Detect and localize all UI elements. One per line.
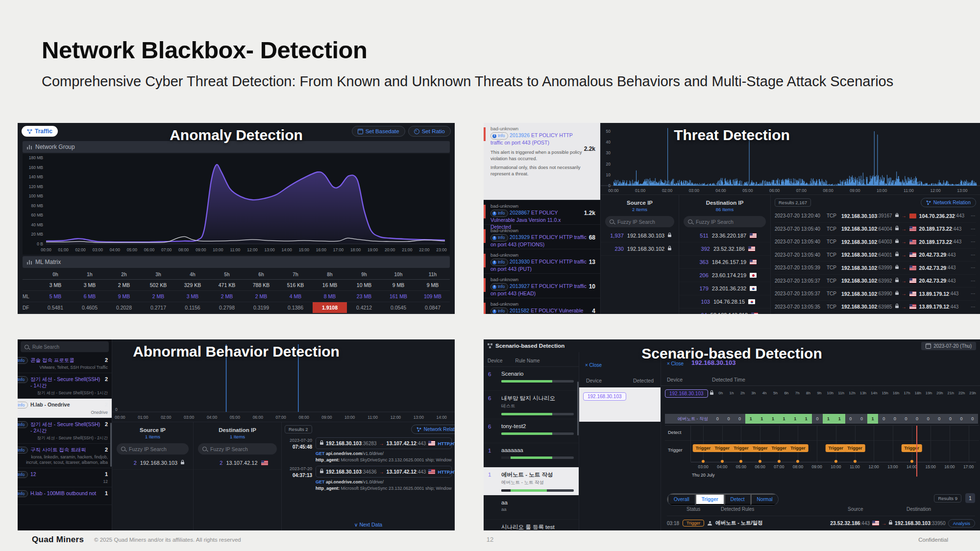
session-flow-box[interactable]: 192.168.30.103:34636 → 13.107.42.12:443 … [316, 466, 452, 478]
session-flow-box[interactable]: 192.168.30.103:36283 → 13.107.42.12:443 … [316, 437, 452, 449]
network-relation-button[interactable]: Network Relation [921, 198, 976, 207]
detection-table-row[interactable]: 03:18 Trigger 에버노트 - 노트/일정 23.52.32.186:… [667, 516, 975, 530]
close-link[interactable]: × Close [667, 361, 684, 366]
device-ip-chip[interactable]: 192.168.30.103 [583, 392, 626, 401]
destination-ip-row[interactable]: 392 23.52.32.186 [679, 242, 770, 256]
status-filter-button[interactable]: Normal [751, 494, 778, 505]
alert-list-item[interactable]: bad-unknown iInfo 2013929 ET POLICY HTTP… [484, 225, 600, 249]
rule-search-input[interactable] [31, 344, 105, 350]
status-filter-button[interactable]: Detect [724, 494, 751, 505]
trigger-chip[interactable]: Trigger [712, 444, 733, 452]
session-row[interactable]: 2023-07-20 13:05:40 TCP 192.168.30.102:6… [775, 236, 976, 249]
destination-ip-row[interactable]: 64 52.182.143.212 [679, 309, 770, 314]
more-actions-icon[interactable]: ⋯ [971, 252, 976, 258]
scenario-rule-item[interactable]: 6 Scenario [484, 367, 579, 391]
rule-list-item[interactable]: iInfo 콘솔 접속 프로토콜 2 VMware, Telnet, SSH P… [18, 354, 112, 373]
trigger-chip[interactable]: Trigger [769, 444, 790, 452]
more-actions-icon[interactable]: ⋯ [971, 213, 976, 218]
trigger-chip[interactable]: Trigger [693, 444, 714, 452]
traffic-button[interactable]: Traffic [22, 126, 58, 137]
rule-list-item[interactable]: iInfo H.lab - 100MIB outbound not 1 [18, 487, 112, 505]
scenario-rule-name: 시나리오 룰 등록 test [501, 524, 574, 530]
set-ratio-button[interactable]: Set Ratio [408, 126, 451, 137]
session-row[interactable]: 2023-07-20 13:05:37 TCP 192.168.30.102:6… [775, 287, 976, 301]
page-button[interactable]: 1 [965, 493, 975, 503]
trigger-chip[interactable]: Trigger [844, 444, 865, 452]
gantt-gridline [950, 426, 950, 462]
rule-list-item[interactable]: iInfo 장기 세션 - Secure Shell(SSH) - 2시간 2 … [18, 418, 112, 444]
session-detail-row[interactable]: 2023-07-2004:37:13 192.168.30.103:34636 … [285, 466, 452, 491]
selected-device-row[interactable]: 192.168.30.103 [579, 387, 661, 422]
more-actions-icon[interactable]: ⋯ [971, 226, 976, 232]
session-row[interactable]: 2023-07-20 13:05:40 TCP 192.168.30.102:6… [775, 223, 976, 236]
source-ip-row[interactable]: 2 192.168.30.103 [112, 456, 193, 470]
gantt-gridline [874, 426, 874, 462]
trigger-chip[interactable]: Trigger [787, 444, 808, 452]
fuzzy-ip-search-input[interactable] [128, 446, 184, 453]
close-link[interactable]: × Close [585, 362, 602, 368]
fuzzy-ip-search-input[interactable] [616, 218, 670, 225]
trigger-chip[interactable]: Trigger [901, 444, 922, 452]
session-row[interactable]: 2023-07-20 13:20:40 TCP 192.168.30.103:3… [775, 210, 976, 223]
session-detail-row[interactable]: 2023-07-2007:45:48 192.168.30.103:36283 … [285, 437, 452, 462]
fuzzy-ip-search-input[interactable] [695, 218, 761, 225]
destination-ip-row[interactable]: 363 184.26.157.19 [679, 256, 770, 269]
ml-matrix-section-header[interactable]: ML Matrix [23, 256, 450, 268]
scenario-rule-item[interactable]: aa aa [484, 496, 579, 520]
destination-ip-row[interactable]: 511 23.36.220.187 [679, 229, 770, 242]
session-row[interactable]: 2023-07-20 13:05:40 TCP 192.168.30.102:6… [775, 249, 976, 262]
more-actions-icon[interactable]: ⋯ [971, 239, 976, 244]
set-basedate-button[interactable]: Set Basedate [352, 126, 405, 137]
scenario-device-count: 6 [488, 395, 491, 401]
info-badge: iInfo [490, 259, 508, 266]
session-row[interactable]: 2023-07-20 13:05:35 TCP 192.168.30.102:6… [775, 301, 976, 314]
scenario-rule-item[interactable]: 1 에버노트 - 노트 작성 에버노트 - 노트 작성 [484, 467, 579, 496]
alert-list-item[interactable]: bad-unknown iInfo 2013930 ET POLICY HTTP… [484, 249, 600, 274]
scenario-rule-item[interactable]: 시나리오 룰 등록 test 시나리오 룰 등록 [484, 520, 579, 530]
rule-list-item[interactable]: iInfo 12 1 12 [18, 468, 112, 487]
matrix-cell: 1.9108 [313, 302, 347, 313]
trigger-chip[interactable]: Trigger [750, 444, 771, 452]
trigger-chip[interactable]: Trigger [826, 444, 847, 452]
source-ip-row[interactable]: 1,937 192.168.30.103 [601, 229, 679, 242]
destination-ip-row[interactable]: 2 13.107.42.12 [194, 456, 281, 470]
status-filter-button[interactable]: Overall [667, 494, 695, 505]
alert-list-item[interactable]: bad-unknown iInfo 2013926 ET POLICY HTTP… [484, 123, 600, 200]
network-relation-button[interactable]: Network Relation [411, 425, 455, 434]
more-actions-icon[interactable]: ⋯ [971, 278, 976, 284]
fuzzy-ip-search-input[interactable] [209, 446, 272, 453]
scenario-rule-item[interactable]: 6 내부망 탐지 시나리오 테스트 [484, 391, 579, 419]
alert-list-item[interactable]: bad-unknown iInfo 2028867 ET POLICY Vuln… [484, 200, 600, 225]
session-row[interactable]: 2023-07-20 13:05:37 TCP 192.168.30.102:6… [775, 275, 976, 288]
alert-list-item[interactable]: bad-unknown iInfo 2011582 ET POLICY Vuln… [484, 298, 600, 314]
destination-ip-row[interactable]: 179 23.201.36.232 [679, 282, 770, 295]
scenario-rule-subtitle: 테스트 [501, 403, 574, 409]
status-filter-button[interactable]: Trigger [695, 494, 724, 505]
fuzzy-ip-search[interactable] [117, 443, 189, 455]
network-group-section-header[interactable]: Network Group [23, 141, 450, 153]
more-actions-icon[interactable]: ⋯ [971, 265, 976, 270]
more-actions-icon[interactable]: ⋯ [971, 291, 976, 296]
more-actions-icon[interactable]: ⋯ [971, 304, 976, 310]
scenario-rule-item[interactable]: 1 aaaaaaa [484, 443, 579, 467]
next-data-link[interactable]: ∨ Next Data [282, 522, 455, 527]
alert-list-item[interactable]: bad-unknown iInfo 2013927 ET POLICY HTTP… [484, 274, 600, 298]
svg-text:05:00: 05:00 [742, 188, 753, 193]
rule-list-item[interactable]: iInfo H.lab - Onedrive 2 Onedrive [18, 399, 112, 418]
device-ip-chip[interactable]: 192.168.30.103 [665, 389, 708, 398]
date-badge[interactable]: 2023-07-20 (Thu) [921, 342, 976, 350]
trigger-chip[interactable]: Trigger [731, 444, 752, 452]
fuzzy-ip-search[interactable] [605, 216, 674, 227]
page-title: Network Blackbox- Detection [42, 36, 368, 64]
rule-list-item[interactable]: iInfo 장기 세션 - Secure Shell(SSH) - 1시간 2 … [18, 373, 112, 399]
rule-list-item[interactable]: iInfo 구직 사이트 접속 트래픽 2 korea, linkedin, s… [18, 444, 112, 468]
scenario-rule-item[interactable]: 6 tony-test2 [484, 419, 579, 443]
rule-search[interactable] [21, 341, 109, 352]
analysis-button[interactable]: Analysis [948, 519, 975, 527]
fuzzy-ip-search[interactable] [684, 216, 766, 227]
destination-ip-row[interactable]: 103 104.76.28.15 [679, 295, 770, 309]
destination-ip-row[interactable]: 206 23.60.174.219 [679, 269, 770, 282]
fuzzy-ip-search[interactable] [198, 443, 277, 455]
source-ip-row[interactable]: 230 192.168.30.102 [601, 242, 679, 256]
session-row[interactable]: 2023-07-20 13:05:39 TCP 192.168.30.102:6… [775, 262, 976, 275]
